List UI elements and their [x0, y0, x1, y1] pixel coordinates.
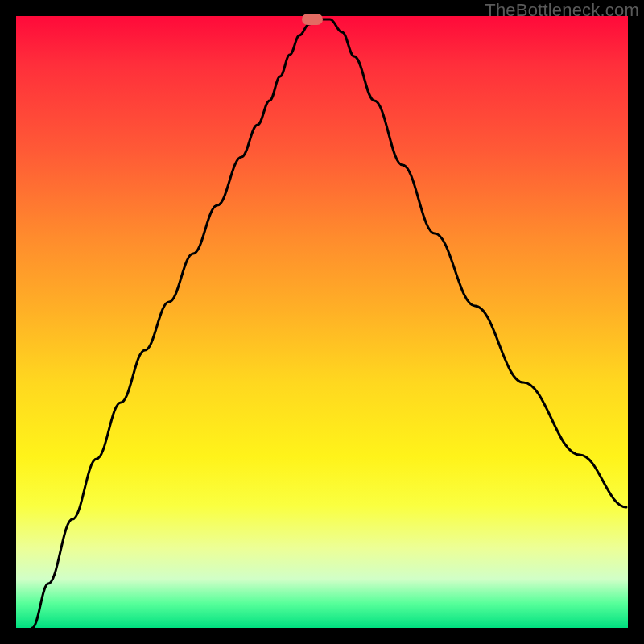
plot-area [16, 16, 628, 628]
watermark-text: TheBottleneck.com [485, 0, 639, 21]
curve-svg [16, 16, 628, 628]
optimum-marker [302, 14, 323, 25]
chart-container: TheBottleneck.com [0, 0, 644, 644]
bottleneck-curve [32, 19, 626, 628]
